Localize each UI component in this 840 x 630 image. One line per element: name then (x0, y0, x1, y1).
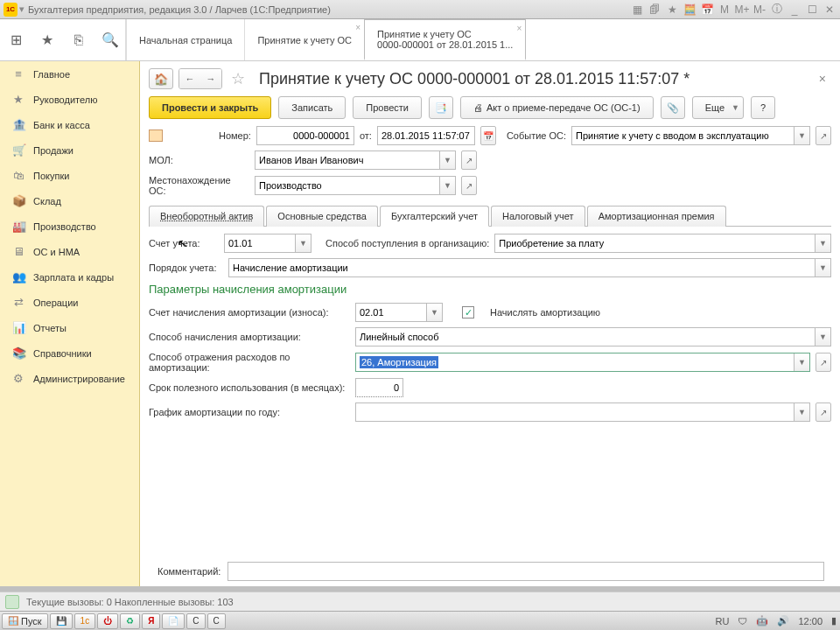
open-button[interactable]: ↗ (461, 150, 477, 170)
receipt-select[interactable]: Приобретение за плату▼ (494, 234, 831, 253)
sidebar-item-sales[interactable]: 🛒Продажи (0, 137, 139, 163)
schedule-select[interactable]: ▼ (355, 402, 810, 422)
taskbar-app[interactable]: 📄 (162, 613, 185, 629)
more-button[interactable]: Еще▼ (692, 96, 744, 119)
life-field[interactable]: 0 (355, 378, 403, 397)
tray-lang[interactable]: RU (714, 616, 732, 626)
maximize-icon[interactable]: ☐ (805, 3, 819, 17)
open-button[interactable]: ↗ (461, 176, 477, 195)
sidebar-item-purchases[interactable]: 🛍Покупки (0, 163, 139, 188)
mol-select[interactable]: Иванов Иван Иванович▼ (255, 150, 456, 170)
tab-fixed-assets[interactable]: Основные средства (266, 206, 378, 227)
event-select[interactable]: Принятие к учету с вводом в эксплуатацию… (571, 126, 810, 145)
titlebar-icon[interactable]: 🗐 (648, 3, 662, 17)
titlebar-icon[interactable]: 📅 (700, 3, 714, 17)
taskbar-app[interactable]: ♻ (120, 613, 140, 629)
history-icon[interactable]: ⎘ (63, 19, 94, 60)
close-document-button[interactable]: × (814, 72, 831, 86)
tab-home[interactable]: Начальная страница (126, 19, 244, 60)
account-select[interactable]: 01.01▼ (224, 234, 312, 253)
comment-field[interactable] (228, 562, 824, 581)
titlebar-icon[interactable]: 🧮 (682, 3, 696, 17)
tray-icon[interactable]: 🤖 (754, 615, 770, 626)
start-button[interactable]: 🪟 Пуск (2, 613, 48, 629)
tab-os-doc[interactable]: Принятие к учету ОС 0000-000001 от 28.01… (364, 19, 526, 60)
post-button[interactable]: Провести (353, 96, 422, 119)
tray-icon[interactable]: 🔊 (775, 615, 791, 626)
sidebar-item-assets[interactable]: 🖥ОС и НМА (0, 239, 139, 264)
titlebar-m-icon[interactable]: M+ (735, 3, 749, 17)
number-field[interactable]: 0000-000001 (256, 126, 354, 145)
charge-label: Начислять амортизацию (490, 307, 600, 318)
forward-button[interactable]: → (200, 69, 221, 88)
open-button[interactable]: ↗ (816, 126, 831, 145)
calendar-button[interactable]: 📅 (480, 126, 496, 145)
location-select[interactable]: Производство▼ (255, 176, 456, 195)
date-field[interactable]: 28.01.2015 11:57:07 (377, 126, 475, 145)
open-button[interactable]: ↗ (816, 353, 831, 372)
sidebar-item-salary[interactable]: 👥Зарплата и кадры (0, 264, 139, 290)
sidebar-item-warehouse[interactable]: 📦Склад (0, 188, 139, 214)
order-select[interactable]: Начисление амортизации▼ (228, 258, 831, 277)
from-label: от: (360, 130, 372, 141)
titlebar-m-icon[interactable]: M (718, 3, 732, 17)
tab-os-list[interactable]: Принятие к учету ОС × (244, 19, 364, 60)
comment-label: Комментарий: (158, 566, 220, 577)
sidebar-item-production[interactable]: 🏭Производство (0, 214, 139, 239)
attach-button[interactable]: 📎 (661, 96, 685, 119)
tab-tax[interactable]: Налоговый учет (491, 206, 585, 227)
post-and-close-button[interactable]: Провести и закрыть (149, 96, 271, 119)
sidebar-item-references[interactable]: 📚Справочники (0, 340, 139, 366)
dt-kt-button[interactable]: 📑 (429, 96, 453, 119)
favorites-icon[interactable]: ★ (32, 19, 63, 60)
tab-close-icon[interactable]: × (517, 24, 522, 33)
sidebar-item-main[interactable]: ≡Главное (0, 61, 139, 87)
print-icon: 🖨 (473, 102, 483, 113)
help-button[interactable]: ? (751, 96, 775, 119)
sidebar-item-operations[interactable]: ⇄Операции (0, 290, 139, 315)
sidebar-item-bank[interactable]: 🏦Банк и касса (0, 112, 139, 137)
home-button[interactable]: 🏠 (149, 68, 173, 89)
write-button[interactable]: Записать (278, 96, 346, 119)
sidebar-item-label: Банк и касса (33, 120, 90, 130)
tab-noncurrent-asset[interactable]: Внеоборотный актив (149, 206, 264, 227)
sidebar-item-manager[interactable]: ★Руководителю (0, 87, 139, 112)
tray-icon[interactable]: 🛡 (736, 616, 749, 626)
dep-acc-select[interactable]: 02.01▼ (355, 303, 443, 322)
chevron-down-icon: ▼ (794, 403, 809, 421)
taskbar-app[interactable]: ⏻ (97, 613, 118, 629)
titlebar-icon[interactable]: ▦ (630, 3, 644, 17)
chevron-down-icon: ▼ (815, 234, 830, 252)
tab-bonus[interactable]: Амортизационная премия (587, 206, 726, 227)
apps-grid-icon[interactable]: ⊞ (0, 19, 32, 60)
titlebar-m-icon[interactable]: M- (752, 3, 766, 17)
gear-icon: ⚙ (12, 372, 24, 385)
show-desktop[interactable]: ▮ (830, 615, 838, 626)
info-icon[interactable]: ⓘ (770, 3, 784, 17)
taskbar-app[interactable]: 💾 (50, 613, 73, 629)
charge-checkbox[interactable]: ✓ (462, 306, 474, 318)
dep-expense-select[interactable]: 26, Амортизация▼ (355, 353, 810, 372)
tab-accounting[interactable]: Бухгалтерский учет (380, 206, 489, 227)
event-label: Событие ОС: (507, 130, 566, 141)
dep-method-select[interactable]: Линейный способ▼ (355, 327, 831, 346)
act-button[interactable]: 🖨Акт о приеме-передаче ОС (ОС-1) (460, 96, 654, 119)
open-button[interactable]: ↗ (816, 402, 831, 422)
search-icon[interactable]: 🔍 (94, 19, 126, 60)
sidebar-item-reports[interactable]: 📊Отчеты (0, 315, 139, 340)
taskbar-app[interactable]: 1c (74, 613, 96, 629)
back-button[interactable]: ← (179, 69, 200, 88)
taskbar-app[interactable]: C (186, 613, 205, 629)
document-title: Принятие к учету ОС 0000-000001 от 28.01… (259, 70, 808, 88)
minimize-icon[interactable]: _ (788, 3, 802, 17)
tray-clock[interactable]: 12:00 (796, 616, 824, 626)
chevron-down-icon: ▼ (439, 177, 455, 194)
taskbar-app[interactable]: C (207, 613, 226, 629)
close-icon[interactable]: ✕ (822, 3, 836, 17)
tab-close-icon[interactable]: × (355, 23, 360, 32)
taskbar-app[interactable]: Я (142, 613, 160, 629)
sidebar-item-admin[interactable]: ⚙Администрирование (0, 366, 139, 391)
star-outline-icon[interactable]: ☆ (231, 69, 245, 88)
account-label: Счет учета: (149, 238, 219, 248)
favorite-icon[interactable]: ★ (665, 3, 679, 17)
